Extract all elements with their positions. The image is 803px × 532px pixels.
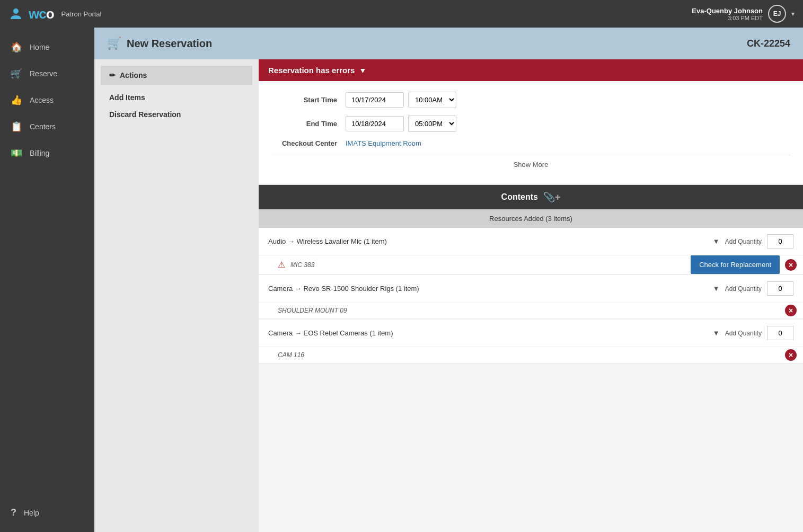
add-items-link[interactable]: Add Items [101, 89, 252, 106]
add-qty-label-1: Add Quantity [725, 285, 762, 292]
checkout-center-label: Checkout Center [271, 139, 346, 147]
reserve-icon: 🛒 [11, 68, 22, 79]
avatar[interactable]: EJ [768, 5, 786, 23]
contents-add-button[interactable]: 📎+ [543, 191, 561, 203]
end-time-select[interactable]: 05:00PM [408, 116, 456, 132]
sidebar-spacer [0, 166, 94, 500]
user-area[interactable]: Eva-Quenby Johnson 3:03 PM EDT EJ ▾ [692, 5, 795, 23]
resource-row-0: Audio → Wireless Lavalier Mic (1 item) ▼… [259, 228, 803, 255]
item-tag-2: CAM 116 [278, 351, 304, 359]
resource-row-2: Camera → EOS Rebel Cameras (1 item) ▼ Ad… [259, 320, 803, 347]
warning-icon-0: ⚠ [278, 260, 285, 270]
sidebar-item-help[interactable]: ? Help [0, 500, 94, 526]
form-section: Start Time 10:00AM End Time [259, 81, 803, 185]
resource-dropdown-1[interactable]: ▼ [713, 285, 720, 292]
sub-item-row-2: CAM 116 × [259, 347, 803, 363]
resources-subheader: Resources Added (3 items) [259, 209, 803, 228]
resource-item-1: Camera → Revo SR-1500 Shoulder Rigs (1 i… [259, 275, 803, 320]
end-time-label: End Time [271, 120, 346, 128]
sidebar-label-access: Access [30, 96, 54, 104]
centers-icon: 📋 [11, 121, 22, 132]
sidebar-item-centers[interactable]: 📋 Centers [0, 113, 94, 140]
resource-category-0: Audio → Wireless Lavalier Mic (1 item) [268, 237, 708, 245]
contents-label: Contents [501, 192, 538, 202]
check-replacement-button-0[interactable]: Check for Replacement [691, 255, 780, 274]
sub-item-2: CAM 116 [259, 347, 785, 363]
show-more[interactable]: Show More [271, 155, 790, 174]
checkout-center-row: Checkout Center IMATS Equipment Room [271, 139, 790, 147]
left-panel: ✏ Actions Add Items Discard Reservation [94, 59, 259, 532]
pencil-icon: ✏ [109, 71, 116, 79]
sub-item-1: SHOULDER MOUNT 09 [259, 303, 785, 318]
actions-button[interactable]: ✏ Actions [101, 66, 252, 85]
right-panel: Reservation has errors ▼ Start Time 10:0… [259, 59, 803, 532]
reservation-id: CK-22254 [747, 38, 790, 49]
error-banner[interactable]: Reservation has errors ▼ [259, 59, 803, 81]
resource-dropdown-0[interactable]: ▼ [713, 237, 720, 245]
content-area: 🛒 New Reservation CK-22254 ✏ Actions Add… [94, 28, 803, 532]
resource-item-2: Camera → EOS Rebel Cameras (1 item) ▼ Ad… [259, 320, 803, 364]
sidebar-item-access[interactable]: 👍 Access [0, 87, 94, 113]
contents-section: Contents 📎+ Resources Added (3 items) Au… [259, 185, 803, 364]
main-layout: 🏠 Home 🛒 Reserve 👍 Access 📋 Centers 💵 Bi… [0, 28, 803, 532]
help-icon: ? [11, 507, 16, 518]
page-title: New Reservation [127, 38, 212, 50]
remove-button-1[interactable]: × [785, 305, 797, 316]
item-tag-0: MIC 383 [290, 261, 314, 269]
home-icon: 🏠 [11, 41, 22, 53]
chevron-down-icon[interactable]: ▾ [791, 10, 795, 17]
sidebar-item-billing[interactable]: 💵 Billing [0, 140, 94, 166]
billing-icon: 💵 [11, 147, 22, 159]
sidebar-label-home: Home [30, 43, 49, 51]
remove-button-0[interactable]: × [785, 259, 797, 271]
start-time-select[interactable]: 10:00AM [408, 92, 456, 108]
add-qty-label-2: Add Quantity [725, 330, 762, 337]
qty-input-2[interactable] [767, 326, 793, 340]
page-header: 🛒 New Reservation CK-22254 [94, 28, 803, 59]
sidebar-item-reserve[interactable]: 🛒 Reserve [0, 60, 94, 87]
checkout-center-link[interactable]: IMATS Equipment Room [346, 139, 421, 147]
sidebar-item-home[interactable]: 🏠 Home [0, 34, 94, 60]
sidebar-label-help: Help [24, 509, 39, 517]
error-text: Reservation has errors [268, 66, 355, 75]
resource-category-2: Camera → EOS Rebel Cameras (1 item) [268, 329, 708, 337]
access-icon: 👍 [11, 94, 22, 106]
cart-icon: 🛒 [107, 37, 121, 50]
sidebar: 🏠 Home 🛒 Reserve 👍 Access 📋 Centers 💵 Bi… [0, 28, 94, 532]
end-time-inputs: 05:00PM [346, 116, 456, 132]
top-nav: wco Patron Portal Eva-Quenby Johnson 3:0… [0, 0, 803, 28]
svg-point-0 [13, 8, 19, 14]
user-name: Eva-Quenby Johnson [692, 7, 763, 15]
qty-input-0[interactable] [767, 234, 793, 249]
person-icon [8, 6, 23, 21]
qty-input-1[interactable] [767, 281, 793, 296]
resource-row-1: Camera → Revo SR-1500 Shoulder Rigs (1 i… [259, 275, 803, 303]
add-qty-label-0: Add Quantity [725, 238, 762, 245]
sidebar-label-reserve: Reserve [30, 69, 57, 78]
start-date-input[interactable] [346, 92, 404, 108]
resource-item-0: Audio → Wireless Lavalier Mic (1 item) ▼… [259, 228, 803, 275]
discard-reservation-link[interactable]: Discard Reservation [101, 106, 252, 123]
contents-header: Contents 📎+ [259, 185, 803, 209]
sub-item-0: ⚠ MIC 383 [259, 255, 691, 274]
start-time-label: Start Time [271, 96, 346, 104]
user-time: 3:03 PM EDT [692, 15, 763, 21]
resource-dropdown-2[interactable]: ▼ [713, 329, 720, 337]
user-info: Eva-Quenby Johnson 3:03 PM EDT [692, 7, 763, 21]
logo-area: wco Patron Portal [8, 6, 101, 22]
item-tag-1: SHOULDER MOUNT 09 [278, 307, 347, 314]
error-chevron-icon: ▼ [359, 66, 366, 75]
sidebar-label-billing: Billing [30, 149, 49, 157]
sidebar-label-centers: Centers [30, 122, 56, 131]
end-date-input[interactable] [346, 116, 404, 131]
remove-button-2[interactable]: × [785, 349, 797, 361]
end-time-row: End Time 05:00PM [271, 116, 790, 132]
start-time-row: Start Time 10:00AM [271, 92, 790, 108]
logo: wco [29, 6, 54, 22]
start-time-inputs: 10:00AM [346, 92, 456, 108]
sub-item-row-0: ⚠ MIC 383 Check for Replacement × [259, 255, 803, 274]
resource-category-1: Camera → Revo SR-1500 Shoulder Rigs (1 i… [268, 285, 708, 292]
portal-label: Patron Portal [61, 10, 102, 18]
actions-label: Actions [120, 71, 147, 79]
content-body: ✏ Actions Add Items Discard Reservation … [94, 59, 803, 532]
